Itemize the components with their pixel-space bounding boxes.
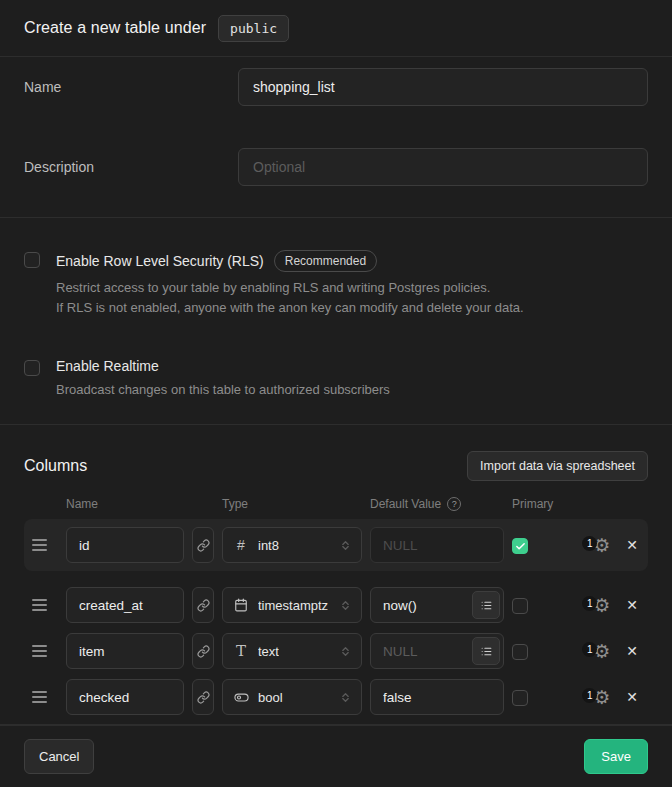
link-icon (197, 645, 210, 658)
table-name-input[interactable] (238, 68, 648, 106)
drag-handle-icon[interactable] (32, 535, 47, 555)
list-icon (480, 645, 493, 658)
column-settings-button[interactable]: 1 ⚙ (593, 688, 610, 707)
default-value-input (370, 527, 504, 563)
column-row-id: # int8 1 ⚙ ✕ (24, 519, 648, 571)
description-row: Description (24, 148, 648, 186)
chevron-updown-icon (339, 539, 353, 552)
text-type-icon: T (233, 642, 249, 660)
chevron-updown-icon (339, 599, 353, 612)
link-icon (197, 691, 210, 704)
table-description-input[interactable] (238, 148, 648, 186)
toggle-icon (233, 690, 249, 705)
column-type-select[interactable]: timestamptz (222, 587, 362, 623)
settings-count-badge: 1 (582, 596, 597, 611)
drag-handle-icon[interactable] (32, 641, 47, 661)
dialog-header: Create a new table under public (0, 0, 672, 57)
realtime-checkbox[interactable] (24, 360, 40, 376)
primary-checkbox[interactable] (512, 690, 528, 706)
foreign-key-button[interactable] (192, 527, 214, 563)
foreign-key-button[interactable] (192, 587, 214, 623)
link-icon (197, 539, 210, 552)
column-settings-button[interactable]: 1 ⚙ (593, 536, 610, 555)
chevron-updown-icon (339, 645, 353, 658)
dialog-title: Create a new table under (24, 19, 206, 37)
column-row-created-at: timestamptz 1 ⚙ ✕ (24, 587, 648, 623)
list-icon (480, 599, 493, 612)
save-button[interactable]: Save (584, 739, 648, 774)
table-details-section: Name Description (0, 57, 672, 218)
schema-badge: public (218, 15, 289, 42)
column-type-select[interactable]: # int8 (222, 527, 362, 563)
primary-checkbox[interactable] (512, 538, 528, 554)
column-settings-button[interactable]: 1 ⚙ (593, 596, 610, 615)
link-icon (197, 599, 210, 612)
column-name-input[interactable] (66, 587, 184, 623)
header-name: Name (66, 497, 184, 511)
column-name-input[interactable] (66, 527, 184, 563)
drag-handle-icon[interactable] (32, 595, 47, 615)
header-primary: Primary (512, 497, 528, 511)
realtime-description: Broadcast changes on this table to autho… (56, 380, 390, 400)
name-row: Name (24, 68, 648, 106)
rls-description-line1: Restrict access to your table by enablin… (56, 278, 524, 298)
column-name-input[interactable] (66, 633, 184, 669)
column-row-item: T text 1 ⚙ ✕ (24, 633, 648, 669)
cancel-button[interactable]: Cancel (24, 739, 94, 774)
rls-description-line2: If RLS is not enabled, anyone with the a… (56, 298, 524, 318)
realtime-text-block: Enable Realtime Broadcast changes on thi… (56, 358, 390, 400)
column-type-select[interactable]: bool (222, 679, 362, 715)
help-icon[interactable]: ? (447, 497, 461, 511)
rls-option: Enable Row Level Security (RLS) Recommen… (24, 250, 648, 318)
column-row-checked: bool 1 ⚙ ✕ (24, 679, 648, 715)
dialog-footer: Cancel Save (0, 725, 672, 787)
foreign-key-button[interactable] (192, 679, 214, 715)
table-options-section: Enable Row Level Security (RLS) Recommen… (0, 218, 672, 425)
primary-checkbox[interactable] (512, 644, 528, 660)
rls-text-block: Enable Row Level Security (RLS) Recommen… (56, 250, 524, 318)
foreign-key-button[interactable] (192, 633, 214, 669)
columns-header-row: Name Type Default Value ? Primary (24, 497, 648, 511)
description-label: Description (24, 159, 238, 175)
delete-column-icon[interactable]: ✕ (626, 644, 638, 658)
column-name-input[interactable] (66, 679, 184, 715)
columns-section: Columns Import data via spreadsheet Name… (0, 425, 672, 725)
delete-column-icon[interactable]: ✕ (626, 598, 638, 612)
import-spreadsheet-button[interactable]: Import data via spreadsheet (467, 451, 648, 481)
name-label: Name (24, 79, 238, 95)
hash-icon: # (233, 537, 249, 553)
default-value-input[interactable] (370, 679, 504, 715)
delete-column-icon[interactable]: ✕ (626, 538, 638, 552)
header-default: Default Value ? (370, 497, 504, 511)
default-value-picker-button[interactable] (472, 591, 500, 619)
realtime-label: Enable Realtime (56, 358, 159, 374)
chevron-updown-icon (339, 691, 353, 704)
default-value-picker-button[interactable] (472, 637, 500, 665)
settings-count-badge: 1 (582, 642, 597, 657)
calendar-icon (233, 598, 249, 612)
rls-checkbox[interactable] (24, 252, 40, 268)
settings-count-badge: 1 (582, 536, 597, 551)
header-type: Type (222, 497, 362, 511)
check-icon (515, 541, 526, 552)
delete-column-icon[interactable]: ✕ (626, 690, 638, 704)
primary-checkbox[interactable] (512, 598, 528, 614)
rls-label: Enable Row Level Security (RLS) (56, 253, 264, 269)
column-settings-button[interactable]: 1 ⚙ (593, 642, 610, 661)
realtime-option: Enable Realtime Broadcast changes on thi… (24, 358, 648, 400)
column-type-select[interactable]: T text (222, 633, 362, 669)
settings-count-badge: 1 (582, 688, 597, 703)
drag-handle-icon[interactable] (32, 687, 47, 707)
recommended-badge: Recommended (274, 250, 377, 272)
columns-title: Columns (24, 457, 87, 475)
